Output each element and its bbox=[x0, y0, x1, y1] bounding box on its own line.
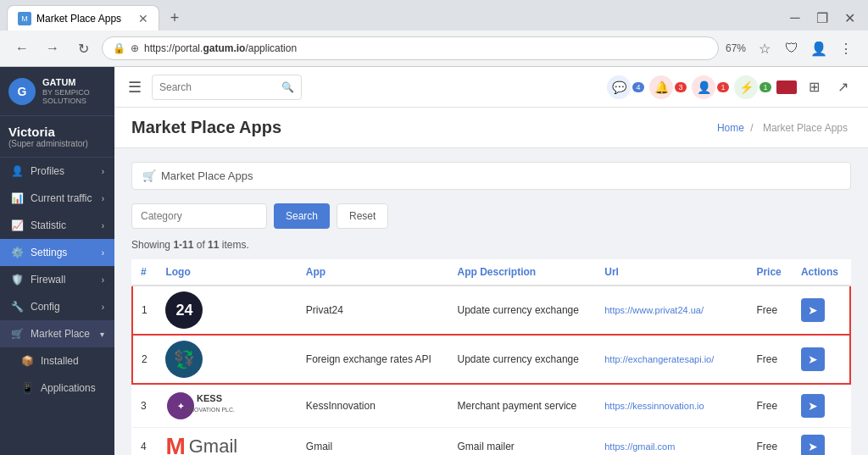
installed-label: Installed bbox=[41, 355, 79, 367]
row-num: 1 bbox=[132, 286, 157, 335]
app-layout: G GATUM BY SEMPICO SOLUTIONS Victoria (S… bbox=[0, 67, 868, 455]
active-tab[interactable]: M Market Place Apps ✕ bbox=[7, 5, 159, 31]
install-button[interactable]: ➤ bbox=[801, 394, 825, 418]
profile-button[interactable]: 👤 bbox=[807, 36, 831, 60]
chat-badge[interactable]: 💬 4 bbox=[607, 75, 644, 99]
fx-url[interactable]: http://exchangeratesapi.io/ bbox=[604, 354, 714, 364]
row-description: Gmail mailer bbox=[449, 428, 597, 456]
close-button[interactable]: ✕ bbox=[837, 6, 861, 30]
showing-text: Showing 1-11 of 11 items. bbox=[131, 239, 851, 251]
hamburger-button[interactable]: ☰ bbox=[128, 78, 142, 97]
col-url: Url bbox=[596, 259, 748, 286]
table-header: # Logo App App Description Url Price Act… bbox=[132, 259, 850, 286]
row-actions: ➤ bbox=[793, 335, 850, 384]
install-button[interactable]: ➤ bbox=[801, 347, 825, 371]
row-url: https://www.privat24.ua/ bbox=[596, 286, 748, 335]
kess-logo-svg: ✦ KESS INNOVATION PLC. bbox=[165, 390, 242, 422]
logo-subtitle: BY SEMPICO SOLUTIONS bbox=[42, 88, 106, 105]
row-app: Foreign exchange rates API bbox=[298, 335, 449, 384]
breadcrumb-home[interactable]: Home bbox=[717, 122, 744, 134]
applications-icon: 📱 bbox=[20, 382, 34, 394]
reset-button[interactable]: Reset bbox=[337, 203, 388, 229]
row-app: KessInnovation bbox=[298, 384, 449, 428]
profiles-label: Profiles bbox=[31, 165, 64, 177]
row-logo: 24 bbox=[157, 286, 297, 335]
privat24-url[interactable]: https://www.privat24.ua/ bbox=[604, 305, 704, 315]
search-icon: 🔍 bbox=[281, 81, 294, 93]
col-app: App bbox=[298, 259, 449, 286]
svg-text:INNOVATION PLC.: INNOVATION PLC. bbox=[184, 407, 235, 413]
notif-badge[interactable]: 🔔 3 bbox=[649, 75, 687, 99]
sidebar-item-traffic[interactable]: 📊 Current traffic › bbox=[0, 185, 114, 212]
logo-icon: G bbox=[8, 78, 36, 105]
content-area: 🛒 Market Place Apps Search Reset Showing… bbox=[114, 148, 868, 455]
top-bar: ☰ 🔍 💬 4 🔔 3 👤 1 ⚡ bbox=[114, 67, 868, 108]
extensions-button[interactable]: 🛡 bbox=[780, 36, 804, 60]
sidebar-item-profiles[interactable]: 👤 Profiles › bbox=[0, 158, 114, 185]
firewall-label: Firewall bbox=[31, 274, 65, 286]
table-row: 3 ✦ KESS INNOVATION PLC. bbox=[132, 384, 850, 428]
install-button[interactable]: ➤ bbox=[801, 298, 825, 322]
chat-count: 4 bbox=[632, 82, 644, 92]
sidebar-item-settings[interactable]: ⚙️ Settings › bbox=[0, 239, 114, 266]
forward-button[interactable]: → bbox=[41, 36, 64, 60]
user-role: (Super administrator) bbox=[8, 139, 106, 148]
power-count: 1 bbox=[760, 82, 771, 92]
section-label: Market Place Apps bbox=[161, 169, 253, 182]
sidebar-item-applications[interactable]: 📱 Applications bbox=[0, 375, 114, 402]
address-field[interactable]: 🔒 ⊕ https://portal.gatum.io/application bbox=[102, 36, 719, 60]
language-flag[interactable] bbox=[776, 80, 797, 94]
col-actions: Actions bbox=[793, 259, 850, 286]
sidebar-item-config[interactable]: 🔧 Config › bbox=[0, 293, 114, 320]
back-button[interactable]: ← bbox=[10, 36, 34, 60]
statistic-arrow: › bbox=[102, 221, 104, 230]
kess-url[interactable]: https://kessinnovation.io bbox=[604, 401, 704, 411]
tab-close-button[interactable]: ✕ bbox=[138, 12, 148, 25]
install-button[interactable]: ➤ bbox=[801, 435, 825, 455]
menu-button[interactable]: ⋮ bbox=[834, 36, 858, 60]
gmail-logo: M Gmail bbox=[165, 433, 237, 455]
traffic-label: Current traffic bbox=[31, 192, 92, 204]
search-button[interactable]: Search bbox=[274, 203, 330, 229]
row-num: 2 bbox=[132, 335, 157, 384]
logout-button[interactable]: ↗ bbox=[831, 75, 854, 99]
grid-button[interactable]: ⊞ bbox=[802, 75, 826, 99]
new-tab-button[interactable]: + bbox=[163, 6, 186, 30]
gmail-url[interactable]: https://gmail.com bbox=[604, 441, 675, 452]
power-badge[interactable]: ⚡ 1 bbox=[734, 75, 771, 99]
sidebar-item-statistic[interactable]: 📈 Statistic › bbox=[0, 212, 114, 239]
address-bar: ← → ↻ 🔒 ⊕ https://portal.gatum.io/applic… bbox=[0, 31, 868, 66]
row-logo: 💱 bbox=[157, 335, 297, 384]
minimize-button[interactable]: ─ bbox=[783, 6, 807, 30]
row-actions: ➤ bbox=[793, 428, 850, 456]
privat24-logo: 24 bbox=[165, 291, 203, 329]
sidebar-item-installed[interactable]: 📦 Installed bbox=[0, 347, 114, 375]
refresh-button[interactable]: ↻ bbox=[71, 36, 95, 60]
bookmark-button[interactable]: ☆ bbox=[753, 36, 776, 60]
category-input[interactable] bbox=[131, 203, 267, 229]
filter-row: Search Reset bbox=[131, 203, 851, 229]
search-input[interactable] bbox=[159, 81, 278, 93]
sidebar-item-marketplace[interactable]: 🛒 Market Place ▾ bbox=[0, 320, 114, 347]
col-price: Price bbox=[748, 259, 792, 286]
col-num: # bbox=[132, 259, 157, 286]
browser-chrome: M Market Place Apps ✕ + ─ ❐ ✕ ← → ↻ 🔒 ⊕ … bbox=[0, 0, 868, 67]
sidebar-item-firewall[interactable]: 🛡️ Firewall › bbox=[0, 266, 114, 293]
section-header: 🛒 Market Place Apps bbox=[131, 162, 851, 190]
traffic-icon: 📊 bbox=[10, 192, 24, 204]
page-header: Market Place Apps Home / Market Place Ap… bbox=[114, 108, 868, 148]
table-body: 1 24 Privat24 Update currency exchange h… bbox=[132, 286, 850, 455]
user-icon: 👤 bbox=[692, 75, 715, 99]
search-box[interactable]: 🔍 bbox=[152, 75, 302, 100]
svg-text:KESS: KESS bbox=[197, 393, 222, 403]
firewall-icon: 🛡️ bbox=[10, 274, 24, 286]
maximize-button[interactable]: ❐ bbox=[810, 6, 834, 30]
row-logo: M Gmail bbox=[157, 428, 297, 456]
sidebar: G GATUM BY SEMPICO SOLUTIONS Victoria (S… bbox=[0, 67, 114, 455]
row-num: 4 bbox=[132, 428, 157, 456]
row-url: https://kessinnovation.io bbox=[596, 384, 748, 428]
statistic-label: Statistic bbox=[31, 219, 66, 231]
col-logo: Logo bbox=[157, 259, 297, 286]
user-badge[interactable]: 👤 1 bbox=[692, 75, 729, 99]
profiles-arrow: › bbox=[102, 167, 104, 176]
